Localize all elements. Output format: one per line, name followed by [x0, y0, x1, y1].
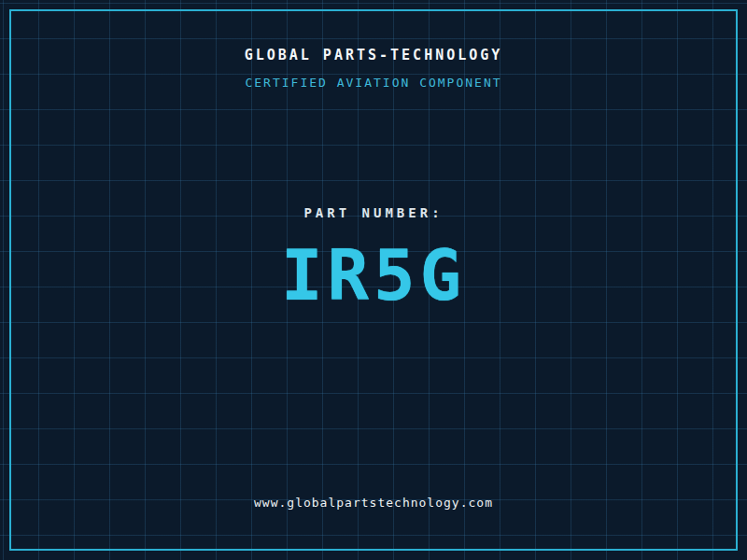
part-number-value: IR5G: [0, 241, 747, 310]
label-canvas: GLOBAL PARTS-TECHNOLOGY CERTIFIED AVIATI…: [0, 0, 747, 560]
part-number-label: PART NUMBER:: [0, 205, 747, 220]
company-subtitle: CERTIFIED AVIATION COMPONENT: [0, 76, 747, 90]
website-url: www.globalpartstechnology.com: [0, 496, 747, 510]
company-title: GLOBAL PARTS-TECHNOLOGY: [0, 47, 747, 63]
